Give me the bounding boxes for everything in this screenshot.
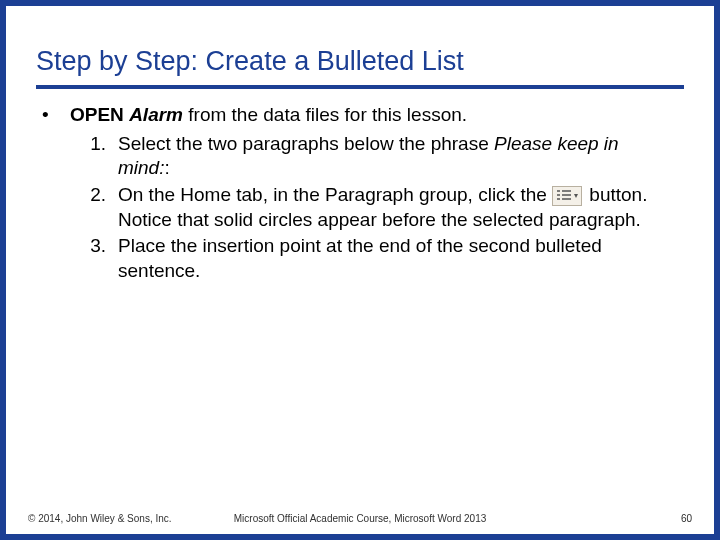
step-1-post: : — [164, 157, 169, 178]
step-2-text: On the Home tab, in the Paragraph group,… — [118, 183, 684, 232]
slide-title: Step by Step: Create a Bulleted List — [36, 46, 684, 77]
alarm-word: Alarm — [129, 104, 183, 125]
footer-left: © 2014, John Wiley & Sons, Inc. — [28, 513, 172, 524]
bullet-text: OPEN Alarm from the data files for this … — [70, 103, 684, 128]
footer-right: 60 — [681, 513, 692, 524]
step-2-pre: On the Home tab, in the Paragraph group,… — [118, 184, 552, 205]
body-text: • OPEN Alarm from the data files for thi… — [36, 103, 684, 284]
open-word: OPEN — [70, 104, 124, 125]
content-area: Step by Step: Create a Bulleted List • O… — [6, 18, 714, 284]
step-3: 3. Place the insertion point at the end … — [64, 234, 684, 283]
step-2-num: 2. — [64, 183, 118, 232]
step-1-pre: Select the two paragraphs below the phra… — [118, 133, 494, 154]
slide: Step by Step: Create a Bulleted List • O… — [0, 0, 720, 540]
step-2: 2. On the Home tab, in the Paragraph gro… — [64, 183, 684, 232]
step-1-num: 1. — [64, 132, 118, 181]
step-3-num: 3. — [64, 234, 118, 283]
step-3-text: Place the insertion point at the end of … — [118, 234, 684, 283]
bullet-dot: • — [36, 103, 70, 128]
step-3-pre: Place the insertion point at the end of … — [118, 235, 602, 281]
top-border — [6, 0, 714, 18]
steps-list: 1. Select the two paragraphs below the p… — [64, 132, 684, 284]
step-1-text: Select the two paragraphs below the phra… — [118, 132, 684, 181]
footer: © 2014, John Wiley & Sons, Inc. Microsof… — [28, 513, 692, 524]
title-rule — [36, 85, 684, 89]
bullet-rest: from the data files for this lesson. — [183, 104, 467, 125]
main-bullet: • OPEN Alarm from the data files for thi… — [36, 103, 684, 128]
bullets-button-icon — [552, 186, 582, 206]
step-1: 1. Select the two paragraphs below the p… — [64, 132, 684, 181]
